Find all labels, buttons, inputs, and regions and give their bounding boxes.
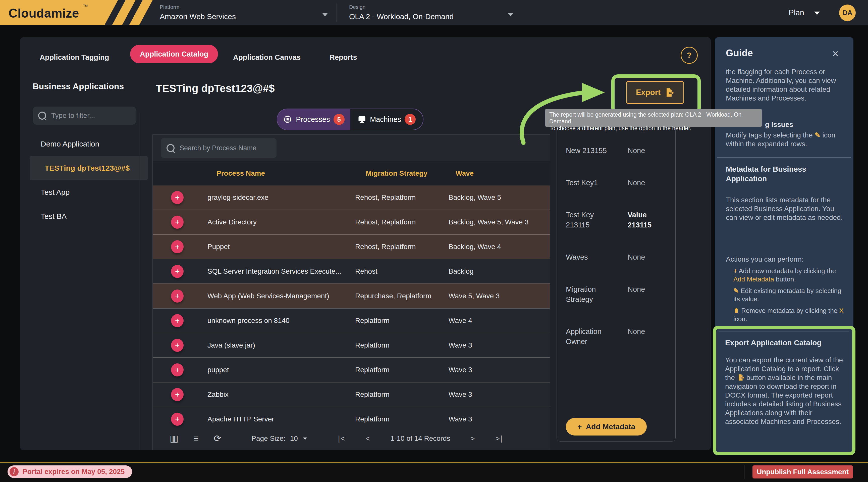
sidebar-item[interactable]: Test App <box>30 180 148 204</box>
tab-application-catalog[interactable]: Application Catalog <box>130 45 218 63</box>
portal-expiry-text: Portal expires on May 05, 2025 <box>23 468 125 476</box>
chevron-down-icon[interactable] <box>814 11 820 15</box>
column-header-process-name[interactable]: Process Name <box>208 170 355 177</box>
bottom-bar-divider <box>744 465 744 479</box>
table-row[interactable]: +puppetReplatformWave 3 <box>153 357 550 382</box>
guide-export-heading: Export Application Catalog <box>725 338 841 348</box>
metadata-value[interactable]: None <box>628 252 670 262</box>
machines-count-badge: 1 <box>405 114 416 125</box>
expand-row-button[interactable]: + <box>171 240 184 253</box>
metadata-value[interactable]: None <box>628 146 670 156</box>
cell-migration-strategy: Rehost, Replatform <box>355 218 448 226</box>
metadata-row: WavesNone <box>566 252 671 262</box>
plan-menu[interactable]: Plan <box>788 8 804 17</box>
page-title: TESTing dpTest123@#$ <box>156 83 275 94</box>
cell-migration-strategy: Replatform <box>355 391 448 398</box>
cell-process-name: Zabbix <box>208 391 355 398</box>
table-row[interactable]: +Web App (Web Services-Management)Repurc… <box>153 283 550 308</box>
metadata-value[interactable]: None <box>628 326 670 336</box>
cell-migration-strategy: Rehost <box>355 267 448 275</box>
guide-metadata-body: This section lists metadata for the sele… <box>726 195 844 222</box>
table-row[interactable]: +Active DirectoryRehost, ReplatformBackl… <box>153 210 550 234</box>
sidebar-item[interactable]: TESTing dpTest123@#$ <box>30 156 148 180</box>
avatar[interactable]: DA <box>839 4 856 21</box>
design-selector[interactable]: Design OLA 2 - Workload, On-Demand <box>349 4 454 21</box>
guide-text-part: Add Metadata <box>733 275 774 283</box>
process-search-placeholder: Search by Process Name <box>180 144 256 152</box>
expand-row-button[interactable]: + <box>171 363 184 376</box>
cell-migration-strategy: Replatform <box>355 366 448 374</box>
expand-row-button[interactable]: + <box>171 290 184 303</box>
guide-actions-list: + Add new metadata by clicking the Add M… <box>733 267 846 326</box>
guide-text-part: button. <box>774 275 796 283</box>
cell-process-name: Web App (Web Services-Management) <box>208 292 355 300</box>
grid-columns-icon[interactable]: ▥ <box>170 433 178 444</box>
design-value: OLA 2 - Workload, On-Demand <box>349 12 454 21</box>
table-row[interactable]: +graylog-sidecar.exeRehost, ReplatformBa… <box>153 185 550 210</box>
tab-reports[interactable]: Reports <box>330 53 357 62</box>
guide-text-part: Add new metadata by clicking the <box>737 267 836 275</box>
metadata-value[interactable]: None <box>628 284 670 294</box>
guide-divider <box>717 157 851 158</box>
expand-row-button[interactable]: + <box>171 216 184 229</box>
expand-row-button[interactable]: + <box>171 191 184 204</box>
cpu-chip-icon <box>283 115 292 124</box>
tooltip-line: To choose a different plan, use the opti… <box>549 125 758 132</box>
metadata-rows: New 213155NoneTest Key1NoneTest Key 2131… <box>566 146 671 369</box>
toggle-machines[interactable]: Machines 1 <box>350 109 423 130</box>
refresh-icon[interactable]: ⟳ <box>214 433 221 444</box>
unpublish-full-assessment-button[interactable]: Unpublish Full Assessment <box>752 465 853 479</box>
metadata-value[interactable]: None <box>628 178 670 188</box>
platform-selector[interactable]: Platform Amazon Web Services <box>160 4 236 21</box>
search-icon <box>38 112 46 120</box>
process-search-input[interactable]: Search by Process Name <box>161 138 277 158</box>
tab-application-tagging[interactable]: Application Tagging <box>40 53 109 62</box>
cloudamize-logo: Cloudamize ™ <box>0 0 166 25</box>
next-page-icon[interactable]: > <box>470 434 475 443</box>
expand-row-button[interactable]: + <box>171 388 184 401</box>
table-row[interactable]: +Java (slave.jar)ReplatformWave 3 <box>153 333 550 357</box>
column-header-migration-strategy[interactable]: Migration Strategy <box>355 170 448 177</box>
pencil-icon: ✎ <box>814 131 820 139</box>
table-row[interactable]: +unknown process on 8140ReplatformWave 4 <box>153 308 550 333</box>
cell-process-name: Java (slave.jar) <box>208 341 355 349</box>
first-page-icon[interactable]: |< <box>338 434 345 443</box>
chevron-down-icon[interactable] <box>303 437 307 440</box>
cell-migration-strategy: Replatform <box>355 341 448 349</box>
expand-row-button[interactable]: + <box>171 413 184 426</box>
cell-migration-strategy: Rehost, Replatform <box>355 193 448 202</box>
tooltip-line: The report will be generated using the s… <box>549 111 758 125</box>
prev-page-icon[interactable]: < <box>366 434 370 443</box>
table-row[interactable]: +PuppetRehost, ReplatformBacklog, Wave 4 <box>153 234 550 259</box>
tab-application-canvas[interactable]: Application Canvas <box>233 53 301 62</box>
expand-row-button[interactable]: + <box>171 265 184 278</box>
sidebar-item[interactable]: Demo Application <box>30 132 148 156</box>
info-icon: i <box>9 467 19 476</box>
add-metadata-button[interactable]: + Add Metadata <box>566 418 647 435</box>
pencil-icon: ✎ <box>733 287 739 295</box>
metadata-key: Waves <box>566 252 616 262</box>
pagination: |<<1-10 of 14 Records>>| <box>338 434 503 443</box>
toggle-processes[interactable]: Processes 5 <box>277 109 350 130</box>
filter-icon[interactable]: ≡ <box>193 433 199 444</box>
last-page-icon[interactable]: >| <box>495 434 502 443</box>
cell-wave: Wave 5, Wave 3 <box>448 292 550 300</box>
close-icon[interactable]: ✕ <box>832 49 839 59</box>
sidebar-item[interactable]: Test BA <box>30 204 148 229</box>
table-row[interactable]: +ZabbixReplatformWave 3 <box>153 382 550 406</box>
expand-row-button[interactable]: + <box>171 314 184 327</box>
expand-row-button[interactable]: + <box>171 339 184 352</box>
chevron-down-icon[interactable] <box>508 13 514 16</box>
metadata-row: Application OwnerNone <box>566 326 671 347</box>
page-size-value[interactable]: 10 <box>290 434 298 443</box>
table-row[interactable]: +SQL Server Integration Services Execute… <box>153 259 550 283</box>
column-header-wave[interactable]: Wave <box>448 170 550 177</box>
chevron-down-icon[interactable] <box>322 13 328 16</box>
design-label: Design <box>349 4 454 10</box>
help-icon[interactable]: ? <box>681 47 698 64</box>
sidebar-filter-input[interactable]: Type to filter... <box>33 107 136 125</box>
metadata-value[interactable]: Value 213115 <box>628 210 670 230</box>
guide-text-part: Edit existing metadata by selecting its … <box>733 287 841 303</box>
guide-action-item: Remove metadata by clicking the X icon. <box>733 307 846 323</box>
toggle-processes-label: Processes <box>296 115 330 124</box>
